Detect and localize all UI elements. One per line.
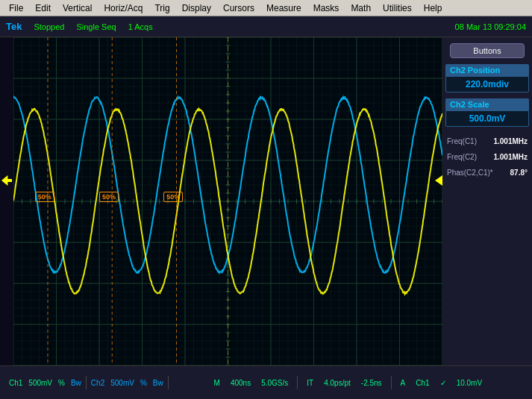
trig-offset: -2.5ns (358, 379, 385, 387)
freq-c1-value: 1.001MHz (493, 137, 528, 145)
cursor-3: 50% (163, 192, 183, 202)
divider-4 (391, 376, 392, 389)
ch1-bw: % (55, 379, 68, 387)
ch2-scale-value: 500.0mV (445, 110, 529, 127)
scope-screen: 50% 50% 50% (13, 37, 442, 365)
acq-label: A (398, 379, 409, 387)
menu-file[interactable]: File (3, 1, 29, 15)
menu-bar: File Edit Vertical Horiz/Acq Trig Displa… (0, 0, 532, 16)
menu-edit[interactable]: Edit (29, 1, 57, 15)
ch2-scale-label: Ch2 Scale (445, 98, 529, 110)
menu-horiz-acq[interactable]: Horiz/Acq (98, 1, 148, 15)
acq-level: 10.0mV (454, 379, 485, 387)
ch2-position-value: 220.0mdiv (445, 76, 529, 92)
status-mode: Single Seq (76, 22, 116, 31)
divider-2 (168, 376, 169, 389)
menu-utilities[interactable]: Utilities (377, 1, 418, 15)
ch1-position-arrow (1, 175, 12, 186)
divider-3 (297, 376, 298, 389)
bottom-bar: Ch1 500mV % Bw Ch2 500mV % Bw M 400ns 5.… (0, 365, 532, 399)
ch2-bw: % (137, 379, 150, 387)
menu-math[interactable]: Math (345, 1, 377, 15)
waveform-svg (13, 37, 442, 365)
cursor-1: 50% (35, 192, 54, 202)
ch2-scale: 500mV (107, 379, 137, 387)
menu-measure[interactable]: Measure (260, 1, 307, 15)
menu-trig[interactable]: Trig (148, 1, 175, 15)
trigger-arrow (435, 175, 442, 186)
menu-vertical[interactable]: Vertical (57, 1, 98, 15)
cursor-2: 50% (99, 192, 119, 202)
ch2-position-label: Ch2 Position (445, 64, 529, 76)
main-area: 50% 50% 50% Buttons Ch2 Position 220.0md… (0, 37, 532, 365)
right-panel: Buttons Ch2 Position 220.0mdiv Ch2 Scale… (442, 37, 532, 365)
status-stopped: Stopped (34, 22, 64, 31)
phase-label: Phas(C2,C1)* (447, 169, 493, 177)
ch2-label: Ch2 (88, 379, 107, 387)
left-labels (0, 37, 13, 365)
menu-help[interactable]: Help (418, 1, 448, 15)
acq-trig: ✓ (437, 379, 449, 387)
status-bar: Tek Stopped Single Seq 1 Acqs 08 Mar 13 … (0, 16, 532, 37)
status-acqs: 1 Acqs (128, 22, 153, 31)
menu-display[interactable]: Display (176, 1, 217, 15)
ch2-position-box: Ch2 Position 220.0mdiv (445, 64, 529, 92)
measure-freq-c1: Freq(C1) 1.001MHz (445, 136, 529, 147)
brand-label: Tek (6, 21, 22, 32)
timebase-value: 400ns (228, 379, 254, 387)
buttons-button[interactable]: Buttons (450, 43, 525, 58)
trig-label: IT (304, 379, 316, 387)
freq-c2-value: 1.001MHz (493, 153, 528, 161)
trig-pos: 4.0ps/pt (321, 379, 354, 387)
ch1-label: Ch1 (6, 379, 25, 387)
status-datetime: 08 Mar 13 09:29:04 (455, 22, 526, 31)
divider-1 (86, 376, 87, 389)
sample-rate: 5.0GS/s (258, 379, 291, 387)
menu-cursors[interactable]: Cursors (217, 1, 260, 15)
bottom-center: M 400ns 5.0GS/s IT 4.0ps/pt -2.5ns A Ch1… (211, 376, 486, 389)
timebase-label: M (211, 379, 223, 387)
phase-value: 87.8° (510, 169, 528, 177)
measure-phase: Phas(C2,C1)* 87.8° (445, 167, 529, 178)
freq-c2-label: Freq(C2) (447, 153, 477, 161)
acq-ch: Ch1 (413, 379, 432, 387)
measure-freq-c2: Freq(C2) 1.001MHz (445, 151, 529, 163)
ch1-scale: 500mV (25, 379, 55, 387)
freq-c1-label: Freq(C1) (447, 137, 477, 145)
ch2-mode: Bw (150, 379, 166, 387)
menu-masks[interactable]: Masks (307, 1, 345, 15)
ch2-scale-box: Ch2 Scale 500.0mV (445, 98, 529, 127)
ch1-mode: Bw (68, 379, 84, 387)
